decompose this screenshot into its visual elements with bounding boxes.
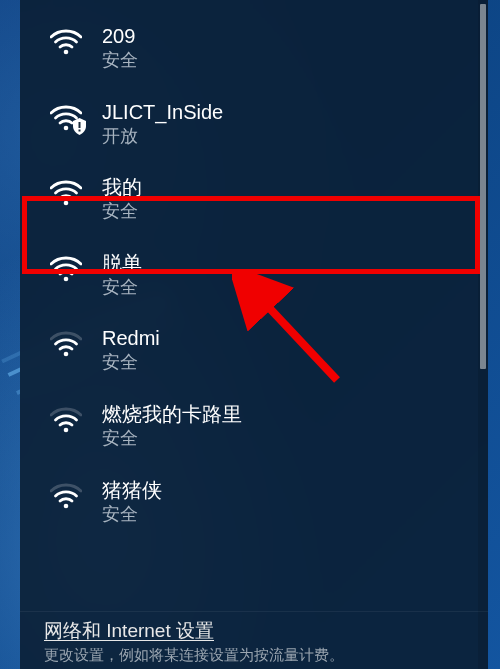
network-item[interactable]: 我的 安全 [20, 161, 488, 237]
wifi-signal-icon [50, 28, 82, 56]
network-text: 猪猪侠 安全 [102, 478, 162, 526]
network-item[interactable]: 燃烧我的卡路里 安全 [20, 388, 488, 464]
network-settings-subtext: 更改设置，例如将某连接设置为按流量计费。 [44, 646, 464, 665]
network-status: 开放 [102, 126, 223, 148]
network-item[interactable]: 脱单 安全 [20, 237, 488, 313]
svg-point-6 [64, 352, 69, 357]
network-text: JLICT_InSide 开放 [102, 100, 223, 148]
svg-point-1 [64, 125, 69, 130]
network-status: 安全 [102, 352, 160, 374]
network-name: 我的 [102, 175, 142, 199]
network-text: 我的 安全 [102, 175, 142, 223]
wifi-signal-icon [50, 255, 82, 283]
network-text: Redmi 安全 [102, 326, 160, 374]
scrollbar-thumb[interactable] [480, 4, 486, 369]
wifi-signal-icon [50, 330, 82, 358]
svg-point-8 [64, 503, 69, 508]
network-settings-link[interactable]: 网络和 Internet 设置 [44, 618, 464, 644]
network-status: 安全 [102, 504, 162, 526]
svg-rect-3 [79, 129, 81, 131]
network-list[interactable]: 209 安全 JLICT_InSide 开放 我的 安全 [20, 0, 488, 611]
wifi-signal-icon [50, 104, 82, 132]
wifi-signal-icon [50, 482, 82, 510]
network-text: 脱单 安全 [102, 251, 142, 299]
network-name: 209 [102, 24, 138, 48]
svg-point-7 [64, 428, 69, 433]
svg-rect-2 [79, 122, 81, 128]
network-flyout: 209 安全 JLICT_InSide 开放 我的 安全 [20, 0, 488, 669]
svg-point-4 [64, 201, 69, 206]
svg-point-5 [64, 276, 69, 281]
network-name: 猪猪侠 [102, 478, 162, 502]
network-name: 脱单 [102, 251, 142, 275]
network-item[interactable]: Redmi 安全 [20, 312, 488, 388]
network-name: JLICT_InSide [102, 100, 223, 124]
network-status: 安全 [102, 201, 142, 223]
flyout-footer: 网络和 Internet 设置 更改设置，例如将某连接设置为按流量计费。 [20, 611, 488, 669]
network-item[interactable]: JLICT_InSide 开放 [20, 86, 488, 162]
wifi-signal-icon [50, 179, 82, 207]
network-status: 安全 [102, 50, 138, 72]
wifi-signal-icon [50, 406, 82, 434]
network-status: 安全 [102, 428, 242, 450]
network-name: Redmi [102, 326, 160, 350]
svg-point-0 [64, 50, 69, 55]
scrollbar-track[interactable] [478, 0, 488, 669]
network-item[interactable]: 209 安全 [20, 10, 488, 86]
network-text: 209 安全 [102, 24, 138, 72]
network-status: 安全 [102, 277, 142, 299]
network-text: 燃烧我的卡路里 安全 [102, 402, 242, 450]
network-name: 燃烧我的卡路里 [102, 402, 242, 426]
network-item[interactable]: 猪猪侠 安全 [20, 464, 488, 540]
